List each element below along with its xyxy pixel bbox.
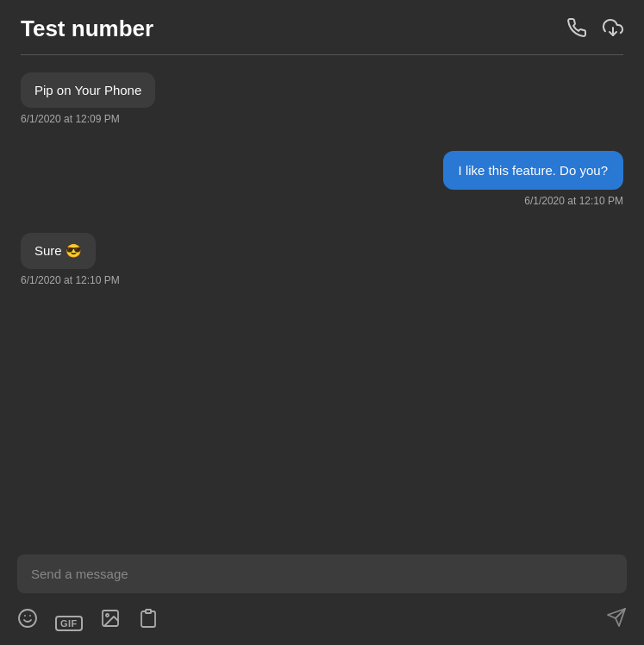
phone-icon[interactable] (566, 17, 587, 41)
message-bubble-incoming-2: Sure 😎 (21, 233, 96, 269)
message-input[interactable] (17, 554, 627, 593)
message-timestamp-2: 6/1/2020 at 12:10 PM (524, 195, 623, 207)
image-icon[interactable] (100, 608, 121, 632)
messages-area: Pip on Your Phone 6/1/2020 at 12:09 PM I… (0, 55, 644, 544)
input-area (0, 544, 644, 598)
header: Test number (0, 0, 644, 54)
message-text: Pip on Your Phone (34, 83, 141, 97)
header-actions (566, 17, 623, 41)
toolbar-left: GIF (17, 608, 159, 632)
message-group-incoming-2: Sure 😎 6/1/2020 at 12:10 PM (21, 233, 623, 286)
message-group-outgoing-1: I like this feature. Do you? 6/1/2020 at… (21, 151, 623, 207)
message-text: I like this feature. Do you? (459, 163, 608, 178)
gif-icon[interactable]: GIF (55, 610, 83, 630)
clipboard-icon[interactable] (138, 608, 159, 632)
message-timestamp-3: 6/1/2020 at 12:10 PM (21, 274, 120, 286)
message-timestamp-1: 6/1/2020 at 12:09 PM (21, 113, 120, 125)
message-bubble-outgoing-1: I like this feature. Do you? (443, 151, 623, 190)
emoji-icon[interactable] (17, 608, 38, 632)
message-text: Sure 😎 (34, 243, 82, 258)
svg-rect-7 (146, 610, 151, 613)
import-icon[interactable] (603, 17, 623, 41)
svg-point-1 (19, 610, 36, 627)
send-button[interactable] (606, 607, 627, 633)
toolbar: GIF (0, 598, 644, 645)
svg-point-5 (106, 614, 109, 617)
page-title: Test number (21, 16, 153, 42)
message-group-incoming-1: Pip on Your Phone 6/1/2020 at 12:09 PM (21, 72, 623, 125)
gif-label: GIF (55, 616, 83, 631)
message-bubble-incoming-1: Pip on Your Phone (21, 72, 155, 108)
